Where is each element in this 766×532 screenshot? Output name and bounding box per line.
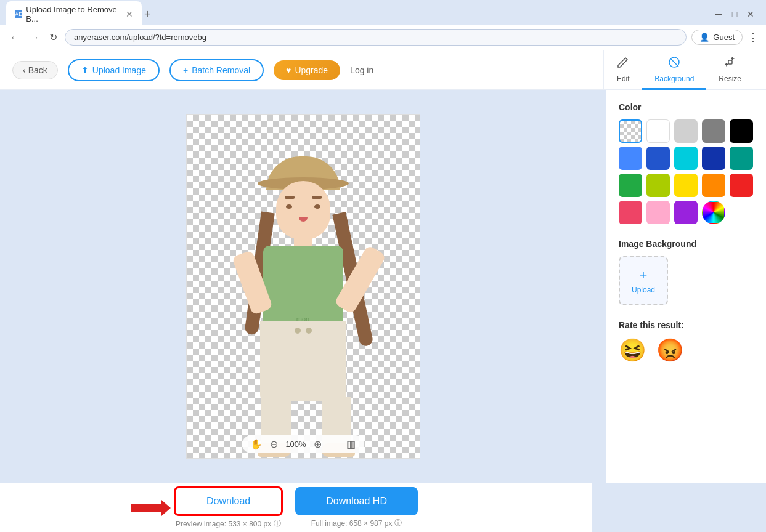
zoom-level: 100%: [285, 440, 306, 449]
download-button[interactable]: Download: [174, 486, 283, 516]
preview-info: Preview image: 533 × 800 px ⓘ: [176, 518, 281, 529]
tool-group: Edit Background Resize: [603, 50, 754, 90]
color-lime[interactable]: [646, 174, 670, 197]
edit-label: Edit: [617, 75, 630, 83]
fullimage-text: Full image: 658 × 987 px: [311, 519, 393, 528]
url-input[interactable]: [65, 29, 687, 46]
preview-info-icon: ⓘ: [274, 518, 281, 529]
color-purple[interactable]: [674, 201, 698, 224]
canvas-toolbar: ✋ ⊖ 100% ⊕ ⛶ ▥: [242, 435, 364, 453]
color-white[interactable]: [646, 119, 670, 143]
color-black[interactable]: [730, 119, 753, 143]
fullimage-info-icon: ⓘ: [394, 518, 402, 528]
guest-label: Guest: [713, 33, 735, 42]
subject-image: mon: [229, 150, 377, 458]
fullimage-info: Full image: 658 × 987 px ⓘ: [311, 518, 402, 528]
color-cyan[interactable]: [674, 147, 698, 170]
color-pink[interactable]: [619, 201, 642, 224]
upload-icon: ⬆: [81, 65, 89, 75]
active-tab[interactable]: AE Upload Image to Remove B... ✕: [6, 1, 142, 27]
back-nav-btn[interactable]: ←: [7, 31, 22, 44]
pan-tool-btn[interactable]: ✋: [250, 438, 263, 450]
close-btn[interactable]: ✕: [746, 10, 755, 18]
download-section: Download Preview image: 533 × 800 px ⓘ: [174, 486, 283, 529]
upload-bg-label: Upload: [632, 286, 655, 294]
preview-text: Preview image: 533 × 800 px: [176, 520, 271, 528]
resize-tool-btn[interactable]: Resize: [706, 50, 754, 90]
red-arrow: [131, 499, 171, 517]
edit-icon: [616, 55, 630, 72]
color-transparent[interactable]: [619, 119, 642, 143]
color-section-title: Color: [619, 102, 754, 112]
upload-image-button[interactable]: ⬆ Upload Image: [68, 59, 160, 81]
color-teal[interactable]: [730, 147, 753, 170]
upload-bg-button[interactable]: + Upload: [619, 256, 668, 305]
minimize-btn[interactable]: ─: [714, 10, 723, 18]
shirt: mon: [263, 246, 343, 326]
window-controls: ─ □ ✕: [714, 10, 760, 18]
new-tab-btn[interactable]: +: [144, 8, 151, 21]
image-bg-title: Image Background: [619, 239, 754, 249]
background-tool-btn[interactable]: Background: [642, 50, 706, 90]
color-lightgray[interactable]: [674, 119, 698, 143]
batch-removal-button[interactable]: + Batch Removal: [169, 59, 264, 81]
plus-icon: +: [183, 65, 188, 75]
color-section: Color: [619, 102, 754, 224]
back-button[interactable]: ‹ Back: [12, 61, 58, 79]
upload-bg-plus-icon: +: [640, 267, 648, 283]
color-orange[interactable]: [702, 174, 725, 197]
svg-line-1: [670, 58, 678, 66]
app-header: ‹ Back ⬆ Upload Image + Batch Removal ♥ …: [0, 50, 766, 90]
image-bg-section: Image Background + Upload: [619, 239, 754, 305]
back-label: Back: [28, 65, 47, 75]
color-green[interactable]: [619, 174, 642, 197]
color-gray[interactable]: [702, 119, 725, 143]
rate-emojis: 😆 😡: [619, 337, 754, 363]
resize-icon: [723, 55, 737, 72]
back-chevron-icon: ‹: [23, 65, 26, 75]
upgrade-button[interactable]: ♥ Upgrade: [274, 60, 340, 80]
zoom-in-btn[interactable]: ⊕: [314, 438, 322, 450]
color-grid: [619, 119, 754, 224]
bottom-bar: Download Preview image: 533 × 800 px ⓘ D…: [0, 483, 592, 532]
svg-rect-2: [728, 60, 732, 64]
color-navy[interactable]: [702, 147, 725, 170]
color-blue-light[interactable]: [619, 147, 642, 170]
angry-emoji-btn[interactable]: 😡: [656, 337, 684, 363]
tab-close-btn[interactable]: ✕: [126, 9, 133, 19]
address-bar: ← → ↻ 👤 Guest ⋮: [0, 25, 766, 50]
right-panel: Color: [606, 90, 766, 483]
browser-menu-btn[interactable]: ⋮: [748, 31, 759, 44]
zoom-out-btn[interactable]: ⊖: [270, 438, 278, 450]
color-rainbow[interactable]: [702, 201, 725, 224]
image-canvas[interactable]: mon ✋ ⊖ 100% ⊕: [186, 114, 420, 459]
guest-icon: 👤: [699, 33, 709, 42]
upload-label: Upload Image: [92, 65, 146, 75]
upgrade-label: Upgrade: [295, 65, 328, 75]
download-hd-col: Download HD Full image: 658 × 987 px ⓘ: [295, 487, 418, 528]
guest-btn[interactable]: 👤 Guest: [691, 30, 743, 45]
color-red[interactable]: [730, 174, 753, 197]
forward-nav-btn[interactable]: →: [27, 31, 42, 44]
split-view-btn[interactable]: ▥: [346, 438, 356, 450]
background-icon: [667, 55, 681, 72]
title-bar: AE Upload Image to Remove B... ✕ + ─ □ ✕: [0, 0, 766, 25]
edit-tool-btn[interactable]: Edit: [604, 50, 642, 90]
rate-title: Rate this result:: [619, 320, 754, 330]
download-col: Download Preview image: 533 × 800 px ⓘ: [174, 486, 283, 529]
color-blue-medium[interactable]: [646, 147, 670, 170]
fullscreen-btn[interactable]: ⛶: [329, 439, 339, 450]
resize-label: Resize: [719, 75, 741, 83]
canvas-area: mon ✋ ⊖ 100% ⊕: [0, 90, 606, 483]
color-lightpink[interactable]: [646, 201, 670, 224]
color-yellow[interactable]: [674, 174, 698, 197]
background-label: Background: [654, 75, 694, 83]
refresh-nav-btn[interactable]: ↻: [47, 30, 60, 44]
happy-emoji-btn[interactable]: 😆: [619, 337, 646, 363]
browser-chrome: AE Upload Image to Remove B... ✕ + ─ □ ✕…: [0, 0, 766, 50]
login-button[interactable]: Log in: [350, 65, 373, 75]
maximize-btn[interactable]: □: [730, 10, 739, 18]
batch-label: Batch Removal: [192, 65, 250, 75]
download-hd-button[interactable]: Download HD: [295, 487, 418, 515]
head: [276, 181, 330, 240]
